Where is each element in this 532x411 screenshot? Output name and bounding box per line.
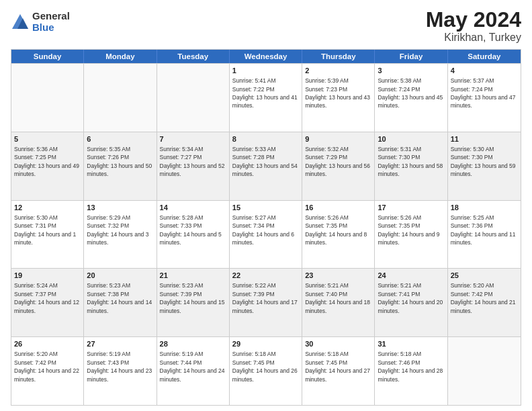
calendar-cell: 1Sunrise: 5:41 AMSunset: 7:22 PMDaylight…	[230, 64, 302, 132]
calendar-day-header: Wednesday	[230, 50, 302, 63]
cell-detail: Sunrise: 5:22 AMSunset: 7:39 PMDaylight:…	[232, 282, 298, 314]
calendar-day-header: Tuesday	[157, 50, 230, 63]
logo-text: General Blue	[32, 11, 70, 33]
day-number: 20	[87, 271, 153, 281]
cell-detail: Sunrise: 5:32 AMSunset: 7:29 PMDaylight:…	[305, 146, 370, 177]
calendar-cell: 25Sunrise: 5:20 AMSunset: 7:42 PMDayligh…	[448, 269, 521, 336]
cell-detail: Sunrise: 5:19 AMSunset: 7:44 PMDaylight:…	[160, 351, 225, 382]
cell-detail: Sunrise: 5:19 AMSunset: 7:43 PMDaylight:…	[87, 351, 152, 382]
cell-detail: Sunrise: 5:20 AMSunset: 7:42 PMDaylight:…	[14, 351, 79, 382]
day-number: 22	[232, 271, 299, 281]
calendar-week-row: 19Sunrise: 5:24 AMSunset: 7:37 PMDayligh…	[11, 268, 521, 336]
calendar-cell: 2Sunrise: 5:39 AMSunset: 7:23 PMDaylight…	[302, 64, 375, 132]
calendar-day-header: Saturday	[448, 50, 521, 63]
day-number: 5	[14, 134, 81, 144]
calendar-cell	[84, 64, 157, 132]
calendar-cell: 20Sunrise: 5:23 AMSunset: 7:38 PMDayligh…	[84, 269, 157, 336]
calendar-cell	[157, 64, 230, 132]
cell-detail: Sunrise: 5:31 AMSunset: 7:30 PMDaylight:…	[378, 146, 443, 177]
calendar-cell: 30Sunrise: 5:18 AMSunset: 7:45 PMDayligh…	[302, 337, 375, 405]
day-number: 25	[451, 271, 518, 281]
day-number: 12	[14, 203, 81, 213]
cell-detail: Sunrise: 5:35 AMSunset: 7:26 PMDaylight:…	[87, 146, 152, 177]
cell-detail: Sunrise: 5:41 AMSunset: 7:22 PMDaylight:…	[232, 77, 298, 109]
cell-detail: Sunrise: 5:33 AMSunset: 7:28 PMDaylight:…	[232, 146, 298, 177]
calendar-day-header: Sunday	[11, 50, 84, 63]
calendar-cell: 6Sunrise: 5:35 AMSunset: 7:26 PMDaylight…	[84, 132, 157, 200]
calendar-cell: 18Sunrise: 5:25 AMSunset: 7:36 PMDayligh…	[448, 201, 521, 269]
cell-detail: Sunrise: 5:21 AMSunset: 7:40 PMDaylight:…	[305, 282, 370, 314]
cell-detail: Sunrise: 5:37 AMSunset: 7:24 PMDaylight:…	[451, 77, 516, 109]
cell-detail: Sunrise: 5:23 AMSunset: 7:38 PMDaylight:…	[87, 282, 152, 314]
cell-detail: Sunrise: 5:36 AMSunset: 7:25 PMDaylight:…	[14, 146, 79, 177]
day-number: 10	[378, 134, 444, 144]
day-number: 6	[87, 134, 153, 144]
cell-detail: Sunrise: 5:28 AMSunset: 7:33 PMDaylight:…	[160, 214, 222, 246]
cell-detail: Sunrise: 5:18 AMSunset: 7:45 PMDaylight:…	[305, 351, 370, 382]
calendar-cell: 27Sunrise: 5:19 AMSunset: 7:43 PMDayligh…	[84, 337, 157, 405]
calendar-week-row: 1Sunrise: 5:41 AMSunset: 7:22 PMDaylight…	[11, 63, 521, 132]
day-number: 27	[87, 339, 153, 349]
calendar-page: General Blue May 2024 Kirikhan, Turkey S…	[0, 0, 532, 411]
calendar-week-row: 12Sunrise: 5:30 AMSunset: 7:31 PMDayligh…	[11, 200, 521, 269]
day-number: 4	[451, 66, 518, 76]
calendar-cell: 8Sunrise: 5:33 AMSunset: 7:28 PMDaylight…	[230, 132, 302, 200]
cell-detail: Sunrise: 5:30 AMSunset: 7:30 PMDaylight:…	[451, 146, 516, 177]
cell-detail: Sunrise: 5:18 AMSunset: 7:46 PMDaylight:…	[378, 351, 443, 382]
calendar-cell: 4Sunrise: 5:37 AMSunset: 7:24 PMDaylight…	[448, 64, 521, 132]
calendar-cell: 7Sunrise: 5:34 AMSunset: 7:27 PMDaylight…	[157, 132, 230, 200]
title-location: Kirikhan, Turkey	[426, 32, 521, 44]
cell-detail: Sunrise: 5:26 AMSunset: 7:35 PMDaylight:…	[305, 214, 367, 246]
calendar-cell: 21Sunrise: 5:23 AMSunset: 7:39 PMDayligh…	[157, 269, 230, 336]
cell-detail: Sunrise: 5:34 AMSunset: 7:27 PMDaylight:…	[160, 146, 225, 177]
calendar-week-row: 26Sunrise: 5:20 AMSunset: 7:42 PMDayligh…	[11, 336, 521, 405]
day-number: 18	[451, 203, 518, 213]
day-number: 2	[305, 66, 371, 76]
day-number: 16	[305, 203, 371, 213]
title-block: May 2024 Kirikhan, Turkey	[426, 8, 521, 44]
logo-icon	[11, 13, 30, 32]
day-number: 31	[378, 339, 444, 349]
cell-detail: Sunrise: 5:29 AMSunset: 7:32 PMDaylight:…	[87, 214, 148, 246]
day-number: 21	[160, 271, 226, 281]
calendar-cell: 9Sunrise: 5:32 AMSunset: 7:29 PMDaylight…	[302, 132, 375, 200]
calendar-cell: 11Sunrise: 5:30 AMSunset: 7:30 PMDayligh…	[448, 132, 521, 200]
calendar-day-header: Thursday	[302, 50, 375, 63]
logo: General Blue	[11, 11, 70, 33]
calendar-cell: 15Sunrise: 5:27 AMSunset: 7:34 PMDayligh…	[230, 201, 302, 269]
day-number: 17	[378, 203, 444, 213]
calendar-header: SundayMondayTuesdayWednesdayThursdayFrid…	[11, 50, 521, 63]
cell-detail: Sunrise: 5:21 AMSunset: 7:41 PMDaylight:…	[378, 282, 443, 314]
day-number: 3	[378, 66, 444, 76]
logo-general: General	[32, 11, 70, 22]
calendar-cell: 3Sunrise: 5:38 AMSunset: 7:24 PMDaylight…	[375, 64, 447, 132]
day-number: 26	[14, 339, 81, 349]
cell-detail: Sunrise: 5:23 AMSunset: 7:39 PMDaylight:…	[160, 282, 225, 314]
calendar-cell: 31Sunrise: 5:18 AMSunset: 7:46 PMDayligh…	[375, 337, 447, 405]
calendar-cell: 12Sunrise: 5:30 AMSunset: 7:31 PMDayligh…	[11, 201, 84, 269]
cell-detail: Sunrise: 5:27 AMSunset: 7:34 PMDaylight:…	[232, 214, 294, 246]
calendar-day-header: Friday	[375, 50, 447, 63]
cell-detail: Sunrise: 5:20 AMSunset: 7:42 PMDaylight:…	[451, 282, 516, 314]
cell-detail: Sunrise: 5:39 AMSunset: 7:23 PMDaylight:…	[305, 77, 370, 109]
logo-blue: Blue	[32, 22, 70, 34]
cell-detail: Sunrise: 5:24 AMSunset: 7:37 PMDaylight:…	[14, 282, 79, 314]
calendar-day-header: Monday	[84, 50, 157, 63]
day-number: 1	[232, 66, 299, 76]
cell-detail: Sunrise: 5:25 AMSunset: 7:36 PMDaylight:…	[451, 214, 516, 246]
calendar-body: 1Sunrise: 5:41 AMSunset: 7:22 PMDaylight…	[11, 63, 521, 405]
calendar-cell: 17Sunrise: 5:26 AMSunset: 7:35 PMDayligh…	[375, 201, 447, 269]
calendar-week-row: 5Sunrise: 5:36 AMSunset: 7:25 PMDaylight…	[11, 132, 521, 200]
calendar-cell: 5Sunrise: 5:36 AMSunset: 7:25 PMDaylight…	[11, 132, 84, 200]
day-number: 19	[14, 271, 81, 281]
calendar-cell: 13Sunrise: 5:29 AMSunset: 7:32 PMDayligh…	[84, 201, 157, 269]
calendar-cell: 19Sunrise: 5:24 AMSunset: 7:37 PMDayligh…	[11, 269, 84, 336]
page-header: General Blue May 2024 Kirikhan, Turkey	[11, 8, 521, 44]
calendar-cell: 22Sunrise: 5:22 AMSunset: 7:39 PMDayligh…	[230, 269, 302, 336]
calendar-cell: 26Sunrise: 5:20 AMSunset: 7:42 PMDayligh…	[11, 337, 84, 405]
day-number: 13	[87, 203, 153, 213]
cell-detail: Sunrise: 5:30 AMSunset: 7:31 PMDaylight:…	[14, 214, 76, 246]
calendar-cell: 28Sunrise: 5:19 AMSunset: 7:44 PMDayligh…	[157, 337, 230, 405]
calendar: SundayMondayTuesdayWednesdayThursdayFrid…	[11, 49, 521, 406]
calendar-cell	[11, 64, 84, 132]
